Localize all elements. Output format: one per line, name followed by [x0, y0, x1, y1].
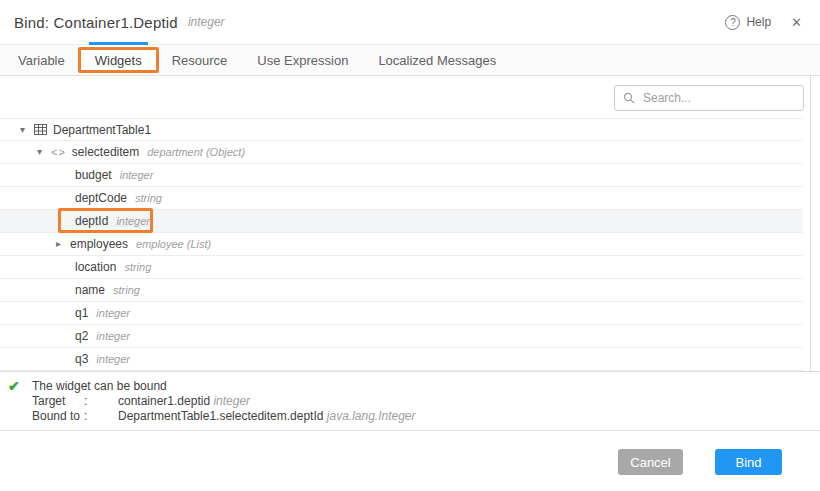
status-target-row: Target : container1.deptid integer [32, 394, 820, 409]
content-area: ▾ DepartmentTable1 ▾ [0, 76, 820, 371]
tab-resource[interactable]: Resource [157, 45, 243, 75]
target-type: integer [213, 394, 250, 408]
tree-node-type: integer [96, 353, 130, 365]
caret-down-icon[interactable]: ▾ [37, 147, 51, 157]
tree-node-name: location [75, 260, 116, 274]
tree-node-name: q3 [75, 352, 88, 366]
status-message: The widget can be bound [32, 379, 820, 394]
boundto-colon: : [84, 409, 118, 424]
dialog-header: Bind: Container1.Deptid integer ? Help ✕ [0, 0, 820, 44]
search-box[interactable] [614, 85, 804, 111]
check-icon: ✔ [8, 378, 20, 394]
boundto-type: java.lang.Integer [327, 409, 416, 423]
table-icon [34, 124, 47, 135]
scroll-track-divider [810, 76, 811, 371]
tree-node-name: q2 [75, 329, 88, 343]
tree-node-name: deptCode [75, 191, 127, 205]
tab-resource-label: Resource [172, 53, 228, 68]
tree-node-name: budget [75, 168, 112, 182]
cancel-button[interactable]: Cancel [618, 449, 683, 475]
bind-status-panel: ✔ The widget can be bound Target : conta… [0, 371, 820, 430]
tree-node-type: department (Object) [147, 146, 245, 158]
tree-node-name: deptId [75, 214, 108, 228]
tree-row-name[interactable]: name string [0, 279, 803, 302]
tree-row-selecteditem[interactable]: ▾ <> selecteditem department (Object) [0, 141, 803, 164]
tree-row-departmenttable1[interactable]: ▾ DepartmentTable1 [0, 118, 803, 141]
target-colon: : [84, 394, 118, 409]
search-input[interactable] [641, 90, 795, 106]
object-brackets-icon: <> [51, 146, 66, 158]
help-icon: ? [725, 15, 740, 30]
tree-node-type: integer [120, 169, 154, 181]
tree-node-type: employee (List) [136, 238, 211, 250]
tab-use-expression-label: Use Expression [257, 53, 348, 68]
boundto-value: DepartmentTable1.selecteditem.deptId jav… [118, 409, 820, 424]
tab-variable[interactable]: Variable [3, 45, 80, 75]
tree-row-q2[interactable]: q2 integer [0, 325, 803, 348]
tree-row-location[interactable]: location string [0, 256, 803, 279]
bind-button[interactable]: Bind [715, 449, 782, 475]
dialog-title-type: integer [188, 15, 225, 29]
bind-tree: ▾ DepartmentTable1 ▾ [0, 118, 803, 371]
tree-node-type: string [135, 192, 162, 204]
close-icon[interactable]: ✕ [787, 13, 806, 32]
caret-right-icon[interactable]: ▸ [56, 239, 70, 249]
dialog-footer: Cancel Bind [0, 430, 820, 491]
tab-localized-messages-label: Localized Messages [378, 53, 496, 68]
tree-row-employees[interactable]: ▸ employees employee (List) [0, 233, 803, 256]
tab-widgets-label: Widgets [95, 53, 142, 68]
tree-node-name: name [75, 283, 105, 297]
target-value: container1.deptid integer [118, 394, 820, 409]
tab-variable-label: Variable [18, 53, 65, 68]
help-label: Help [746, 15, 771, 29]
active-tab-indicator [89, 42, 148, 45]
tree-node-name: q1 [75, 306, 88, 320]
target-label: Target [32, 394, 84, 409]
tab-widgets[interactable]: Widgets [80, 45, 157, 75]
tree-node-type: string [113, 284, 140, 296]
tree-node-type: integer [116, 215, 150, 227]
tree-row-q3[interactable]: q3 integer [0, 348, 803, 371]
status-boundto-row: Bound to : DepartmentTable1.selecteditem… [32, 409, 820, 424]
search-icon [623, 92, 635, 104]
tree-node-type: integer [96, 307, 130, 319]
tree-node-type: integer [96, 330, 130, 342]
tab-localized-messages[interactable]: Localized Messages [363, 45, 511, 75]
tree-row-deptid[interactable]: deptId integer [0, 210, 803, 233]
dialog-title: Bind: Container1.Deptid [14, 14, 178, 31]
tree-node-name: employees [70, 237, 128, 251]
tree-row-q1[interactable]: q1 integer [0, 302, 803, 325]
footer-buttons: Cancel Bind [618, 449, 782, 475]
tree-node-name: DepartmentTable1 [53, 123, 151, 137]
bind-dialog: Bind: Container1.Deptid integer ? Help ✕… [0, 0, 820, 491]
tab-use-expression[interactable]: Use Expression [242, 45, 363, 75]
boundto-label: Bound to [32, 409, 84, 424]
caret-down-icon[interactable]: ▾ [20, 125, 34, 135]
tree-row-deptcode[interactable]: deptCode string [0, 187, 803, 210]
tree-node-type: string [124, 261, 151, 273]
tree-node-name: selecteditem [72, 145, 139, 159]
tab-bar: Variable Widgets Resource Use Expression… [0, 44, 820, 76]
tree-row-budget[interactable]: budget integer [0, 164, 803, 187]
help-button[interactable]: ? Help [725, 15, 771, 30]
